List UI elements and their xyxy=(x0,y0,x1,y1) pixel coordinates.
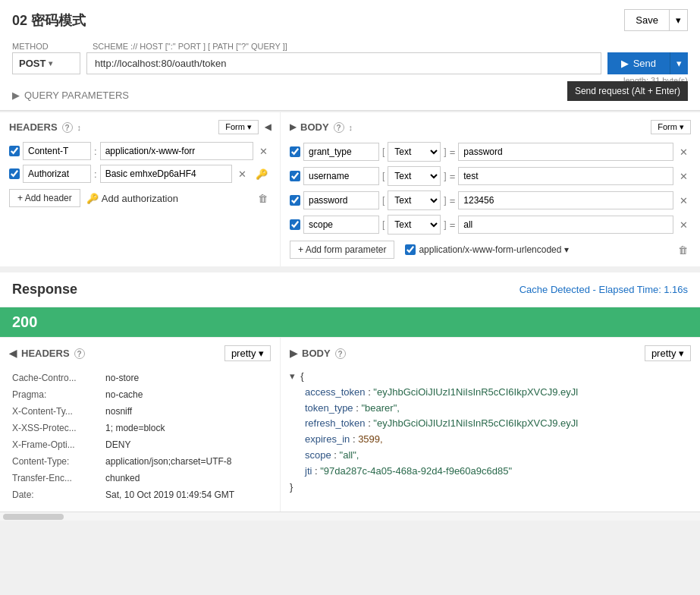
body-type-1[interactable]: Text xyxy=(388,166,441,186)
body-label: BODY xyxy=(300,121,329,133)
body-info-icon[interactable]: ? xyxy=(334,122,344,133)
body-checkbox-2[interactable] xyxy=(290,195,300,206)
headers-sort-icon[interactable]: ↕ xyxy=(77,123,82,132)
content-type-dropdown[interactable]: ▾ xyxy=(564,244,569,255)
header-checkbox-0[interactable] xyxy=(9,146,20,156)
body-delete-button[interactable]: 🗑 xyxy=(675,243,691,257)
resp-body-pretty-label: pretty ▾ xyxy=(651,348,684,359)
scroll-thumb[interactable] xyxy=(3,514,64,520)
body-delete-2[interactable]: ✕ xyxy=(676,194,691,208)
resp-headers-pretty-label: pretty ▾ xyxy=(231,348,264,359)
resp-header-key-0: Cache-Contro... xyxy=(11,370,102,386)
resp-header-key-1: Pragma: xyxy=(11,387,102,402)
body-form-badge[interactable]: Form ▾ xyxy=(651,120,691,134)
status-bar: 200 xyxy=(0,307,700,337)
send-dropdown-button[interactable]: ▾ xyxy=(670,52,688,74)
save-button[interactable]: Save xyxy=(624,9,670,31)
resp-header-key-7: Date: xyxy=(11,487,102,502)
resp-header-key-4: X-Frame-Opti... xyxy=(11,437,102,452)
header-delete-1[interactable]: ✕ xyxy=(235,167,250,181)
table-row: : ✕ xyxy=(9,142,271,160)
resp-header-value-4: DENY xyxy=(104,437,269,452)
body-delete-3[interactable]: ✕ xyxy=(676,218,691,232)
body-expand-arrow[interactable]: ▶ xyxy=(290,122,296,132)
body-checkbox-1[interactable] xyxy=(290,171,300,181)
status-code: 200 xyxy=(12,313,37,330)
header-value-1[interactable] xyxy=(100,165,232,183)
headers-form-badge[interactable]: Form ▾ xyxy=(218,120,259,134)
json-viewer: ▾ { access_token : "eyJhbGciOiJIUzI1NiIs… xyxy=(290,369,691,495)
list-item: X-Frame-Opti... DENY xyxy=(11,437,269,452)
body-value-2[interactable] xyxy=(458,191,673,209)
send-icon: ▶ xyxy=(621,58,629,69)
body-value-1[interactable] xyxy=(458,167,673,185)
body-value-3[interactable] xyxy=(458,216,673,234)
header-colon-1: : xyxy=(94,168,97,180)
body-checkbox-3[interactable] xyxy=(290,219,300,230)
content-type-label: application/x-www-form-urlencoded xyxy=(419,244,561,255)
delete-headers-button[interactable]: 🗑 xyxy=(255,191,271,206)
header-delete-0[interactable]: ✕ xyxy=(256,144,271,159)
body-key-3[interactable] xyxy=(303,216,379,234)
body-key-1[interactable] xyxy=(303,167,379,185)
json-key-jti: jti xyxy=(305,465,312,477)
bracket-open-0: [ xyxy=(382,146,385,157)
eq-sign-2: = xyxy=(450,195,456,206)
method-dropdown[interactable]: POST ▾ xyxy=(12,52,80,74)
body-checkbox-0[interactable] xyxy=(290,146,300,157)
content-type-group: application/x-www-form-urlencoded ▾ xyxy=(405,244,569,255)
json-val-scope: "all", xyxy=(340,449,359,461)
resp-headers-info[interactable]: ? xyxy=(74,348,85,359)
scroll-bar[interactable] xyxy=(0,512,700,521)
send-button[interactable]: ▶ Send xyxy=(607,52,670,74)
body-delete-0[interactable]: ✕ xyxy=(676,145,691,159)
body-type-0[interactable]: Text xyxy=(388,142,441,162)
json-val-refresh-token: "eyJhbGciOiJIUzI1NiIsInR5cCI6IkpXVCJ9.ey… xyxy=(373,417,578,429)
url-input[interactable] xyxy=(86,52,601,74)
header-checkbox-1[interactable] xyxy=(9,168,20,179)
body-type-3[interactable]: Text xyxy=(388,215,441,235)
header-key-0[interactable] xyxy=(23,142,91,160)
json-key-scope: scope xyxy=(305,449,331,461)
headers-label: HEADERS xyxy=(9,121,58,133)
body-delete-1[interactable]: ✕ xyxy=(676,169,691,184)
json-collapse-icon[interactable]: ▾ xyxy=(290,370,295,382)
body-key-2[interactable] xyxy=(303,191,379,209)
header-value-0[interactable] xyxy=(100,142,253,160)
resp-header-value-0: no-store xyxy=(104,370,269,386)
scheme-label: SCHEME :// HOST [":" PORT ] [ PATH ["?" … xyxy=(93,42,601,51)
header-key-icon-1[interactable]: 🔑 xyxy=(253,167,271,181)
headers-collapse-arrow[interactable]: ◀ xyxy=(265,122,271,132)
bracket-close-3: ] xyxy=(444,219,446,230)
body-key-0[interactable] xyxy=(303,143,379,161)
resp-headers-collapse[interactable]: ◀ xyxy=(9,348,17,359)
resp-body-pretty[interactable]: pretty ▾ xyxy=(645,345,691,361)
add-authorization-button[interactable]: 🔑 Add authorization xyxy=(86,193,178,204)
save-button-group: Save ▾ xyxy=(624,9,688,31)
headers-info-icon[interactable]: ? xyxy=(62,122,73,133)
bracket-close-1: ] xyxy=(444,171,446,181)
json-val-access-token: "eyJhbGciOiJIUzI1NiIsInR5cCI6IkpXVCJ9.ey… xyxy=(373,386,578,398)
header-key-1[interactable] xyxy=(23,165,91,183)
resp-header-key-6: Transfer-Enc... xyxy=(11,471,102,486)
save-dropdown-button[interactable]: ▾ xyxy=(670,9,688,31)
content-type-checkbox[interactable] xyxy=(405,244,416,255)
resp-header-value-2: nosniff xyxy=(104,404,269,419)
resp-body-info[interactable]: ? xyxy=(335,348,346,359)
send-tooltip: Send request (Alt + Enter) xyxy=(567,81,688,101)
resp-header-key-3: X-XSS-Protec... xyxy=(11,420,102,436)
resp-header-value-1: no-cache xyxy=(104,387,269,402)
body-type-2[interactable]: Text xyxy=(388,190,441,210)
resp-headers-pretty[interactable]: pretty ▾ xyxy=(224,345,271,361)
resp-header-key-5: Content-Type: xyxy=(11,454,102,469)
add-form-param-button[interactable]: + Add form parameter xyxy=(290,241,394,259)
body-value-0[interactable] xyxy=(458,143,673,161)
response-header: Response Cache Detected - Elapsed Time: … xyxy=(0,272,700,307)
json-close-brace: } xyxy=(290,481,293,493)
resp-body-expand[interactable]: ▶ xyxy=(290,348,297,359)
response-title: Response xyxy=(12,282,77,298)
list-item: Content-Type: application/json;charset=U… xyxy=(11,454,269,469)
add-header-button[interactable]: + Add header xyxy=(9,189,80,207)
eq-sign-1: = xyxy=(450,171,456,182)
body-sort-icon[interactable]: ↕ xyxy=(349,123,353,132)
